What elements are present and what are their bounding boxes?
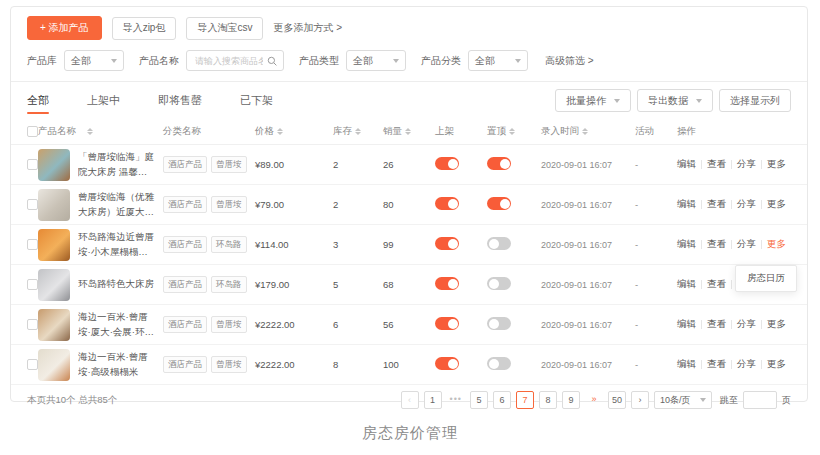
pinned-toggle[interactable] <box>487 157 511 170</box>
page-summary: 本页共10个 总共85个 <box>27 394 117 407</box>
pagination-page-9[interactable]: 9 <box>562 391 580 409</box>
tab-all[interactable]: 全部 <box>27 82 49 119</box>
action-more-link[interactable]: 更多 <box>767 238 786 251</box>
pinned-toggle[interactable] <box>487 237 511 250</box>
column-header-sales[interactable]: 销量 <box>383 125 435 138</box>
action-edit-link[interactable]: 编辑 <box>677 238 696 251</box>
pagination-page-5[interactable]: 5 <box>470 391 488 409</box>
product-name: 海边一百米·曾厝垵·厦大·会展·环岛路 <box>78 310 155 339</box>
column-header-entry-time[interactable]: 录入时间 <box>541 125 635 138</box>
action-share-link[interactable]: 分享 <box>737 158 756 171</box>
action-share-link[interactable]: 分享 <box>737 318 756 331</box>
batch-operations-select[interactable]: 批量操作 <box>555 89 631 112</box>
column-header-stock[interactable]: 库存 <box>333 125 383 138</box>
page-size-select[interactable]: 10条/页 <box>654 391 712 409</box>
price-cell: ¥114.00 <box>255 239 333 250</box>
sort-icon <box>277 128 283 136</box>
pinned-toggle[interactable] <box>487 357 511 370</box>
stock-cell: 3 <box>333 239 383 250</box>
column-header-price[interactable]: 价格 <box>255 125 333 138</box>
action-view-link[interactable]: 查看 <box>707 318 726 331</box>
entry-time-cell: 2020-09-01 16:07 <box>541 160 635 170</box>
category-cell: 酒店产品曾厝垵 <box>163 196 255 213</box>
column-header-pinned[interactable]: 置顶 <box>487 125 541 138</box>
action-share-link[interactable]: 分享 <box>737 198 756 211</box>
column-header-product-name[interactable]: 产品名称 <box>38 125 163 138</box>
action-share-link[interactable]: 分享 <box>737 358 756 371</box>
action-more-link[interactable]: 更多 <box>767 318 786 331</box>
row-checkbox[interactable] <box>27 319 38 330</box>
toggle-knob <box>448 239 458 249</box>
product-type-select[interactable]: 全部 <box>346 50 406 71</box>
pagination-page-1[interactable]: 1 <box>424 391 442 409</box>
on-shelf-toggle[interactable] <box>435 277 459 290</box>
add-product-button[interactable]: + 添加产品 <box>27 16 102 40</box>
sales-cell: 99 <box>383 239 435 250</box>
action-more-link[interactable]: 更多 <box>767 158 786 171</box>
pagination-prev[interactable]: ‹ <box>401 391 419 409</box>
product-thumbnail <box>38 229 70 261</box>
action-view-link[interactable]: 查看 <box>707 358 726 371</box>
product-library-select[interactable]: 全部 <box>64 50 124 71</box>
on-shelf-toggle[interactable] <box>435 157 459 170</box>
on-shelf-cell <box>435 277 487 292</box>
action-edit-link[interactable]: 编辑 <box>677 158 696 171</box>
action-view-link[interactable]: 查看 <box>707 158 726 171</box>
more-add-methods-link[interactable]: 更多添加方式 > <box>273 21 342 35</box>
pinned-toggle[interactable] <box>487 317 511 330</box>
select-all-checkbox[interactable] <box>27 126 38 137</box>
tabs-bar: 全部上架中即将售罄已下架 批量操作 导出数据 选择显示列 <box>11 82 807 119</box>
action-edit-link[interactable]: 编辑 <box>677 278 696 291</box>
action-edit-link[interactable]: 编辑 <box>677 198 696 211</box>
pagination-page-7[interactable]: 7 <box>516 391 534 409</box>
dropdown-item-room-calendar[interactable]: 房态日历 <box>747 272 785 285</box>
row-checkbox[interactable] <box>27 239 38 250</box>
chevron-down-icon <box>515 59 521 63</box>
pinned-toggle[interactable] <box>487 197 511 210</box>
category-tag: 酒店产品 <box>163 156 207 173</box>
row-checkbox[interactable] <box>27 159 38 170</box>
tab-off-shelf[interactable]: 已下架 <box>240 82 273 119</box>
entry-time-cell: 2020-09-01 16:07 <box>541 240 635 250</box>
row-checkbox[interactable] <box>27 279 38 290</box>
product-thumbnail <box>38 149 70 181</box>
product-category-select[interactable]: 全部 <box>468 50 528 71</box>
pagination-jump-next[interactable]: » <box>585 391 603 409</box>
pagination-page-8[interactable]: 8 <box>539 391 557 409</box>
on-shelf-toggle[interactable] <box>435 197 459 210</box>
toggle-knob <box>448 159 458 169</box>
product-library-label: 产品库 <box>27 54 57 68</box>
product-name: 「曾厝垵临海」庭院大床房 温馨特价优惠 <box>78 150 155 179</box>
pinned-toggle[interactable] <box>487 277 511 290</box>
action-more-link[interactable]: 更多 <box>767 198 786 211</box>
action-view-link[interactable]: 查看 <box>707 278 726 291</box>
import-taobao-csv-button[interactable]: 导入淘宝csv <box>186 17 263 40</box>
advanced-filter-link[interactable]: 高级筛选 > <box>545 54 594 68</box>
action-view-link[interactable]: 查看 <box>707 198 726 211</box>
pagination-page-50[interactable]: 50 <box>608 391 626 409</box>
action-edit-link[interactable]: 编辑 <box>677 318 696 331</box>
search-icon[interactable] <box>267 56 277 66</box>
table-row: 曾厝垵临海（优雅大床房）近厦大鼓浪屿酒店产品曾厝垵¥79.002802020-0… <box>11 185 807 225</box>
choose-columns-button[interactable]: 选择显示列 <box>719 89 791 112</box>
pinned-cell <box>487 157 541 172</box>
row-checkbox[interactable] <box>27 199 38 210</box>
action-share-link[interactable]: 分享 <box>737 238 756 251</box>
export-data-select[interactable]: 导出数据 <box>637 89 713 112</box>
search-input[interactable] <box>193 55 265 67</box>
on-shelf-toggle[interactable] <box>435 237 459 250</box>
tab-on-sale[interactable]: 上架中 <box>87 82 120 119</box>
pagination-page-6[interactable]: 6 <box>493 391 511 409</box>
toggle-knob <box>489 279 499 289</box>
action-view-link[interactable]: 查看 <box>707 238 726 251</box>
action-edit-link[interactable]: 编辑 <box>677 358 696 371</box>
action-more-link[interactable]: 更多 <box>767 358 786 371</box>
tab-almost-soldout[interactable]: 即将售罄 <box>158 82 202 119</box>
row-checkbox[interactable] <box>27 359 38 370</box>
on-shelf-toggle[interactable] <box>435 317 459 330</box>
on-shelf-toggle[interactable] <box>435 357 459 370</box>
pinned-cell <box>487 237 541 252</box>
import-zip-button[interactable]: 导入zip包 <box>112 17 177 40</box>
jump-to-page-input[interactable] <box>743 391 777 409</box>
pagination-next[interactable]: › <box>631 391 649 409</box>
